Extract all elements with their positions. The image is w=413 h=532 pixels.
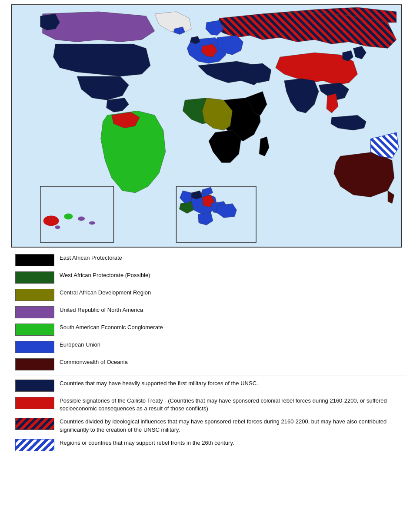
legend-item-west-african: West African Protectorate (Possible) bbox=[15, 271, 398, 284]
legend-label-central-african: Central African Development Region bbox=[60, 289, 151, 297]
legend-item-oceania: Commonwealth of Oceania bbox=[15, 358, 398, 370]
legend-label-divided: Countries divided by ideological influen… bbox=[60, 418, 398, 433]
legend-color-east-african bbox=[15, 254, 54, 266]
legend-item-divided: Countries divided by ideological influen… bbox=[15, 418, 398, 433]
legend-label-oceania: Commonwealth of Oceania bbox=[60, 358, 128, 366]
legend-color-south-american bbox=[15, 324, 54, 336]
legend-item-east-african: East African Protectorate bbox=[15, 254, 398, 266]
svg-point-9 bbox=[89, 221, 95, 225]
legend-label-unsc: Countries that may have heavily supporte… bbox=[60, 380, 258, 387]
legend-label-european-union: European Union bbox=[60, 341, 100, 349]
legend-divider bbox=[15, 376, 406, 376]
legend-label-rebel-regions: Regions or countries that may support re… bbox=[60, 439, 234, 447]
legend-color-divided bbox=[15, 418, 54, 430]
legend-label-east-african: East African Protectorate bbox=[60, 254, 122, 262]
world-map bbox=[11, 4, 402, 248]
legend-item-european-union: European Union bbox=[15, 341, 398, 353]
legend-color-central-african bbox=[15, 289, 54, 301]
legend-item-rebel-regions: Regions or countries that may support re… bbox=[15, 439, 398, 451]
legend-item-callisto: Possible signatories of the Callisto Tre… bbox=[15, 397, 398, 413]
legend-item-south-american: South American Economic Conglomerate bbox=[15, 324, 398, 336]
legend-label-south-american: South American Economic Conglomerate bbox=[60, 324, 163, 331]
legend-color-european-union bbox=[15, 341, 54, 353]
legend-item-unsc: Countries that may have heavily supporte… bbox=[15, 380, 398, 392]
legend-color-rebel-regions bbox=[15, 439, 54, 451]
legend-label-west-african: West African Protectorate (Possible) bbox=[60, 271, 150, 279]
legend-item-north-america: United Republic of North America bbox=[15, 306, 398, 318]
legend-color-west-african bbox=[15, 271, 54, 284]
legend-color-oceania bbox=[15, 358, 54, 370]
legend-item-central-african: Central African Development Region bbox=[15, 289, 398, 301]
legend-label-north-america: United Republic of North America bbox=[60, 306, 143, 314]
svg-point-6 bbox=[43, 216, 59, 226]
legend-section: East African Protectorate West African P… bbox=[11, 254, 402, 451]
legend-label-callisto: Possible signatories of the Callisto Tre… bbox=[60, 397, 398, 413]
legend-color-unsc bbox=[15, 380, 54, 392]
svg-point-7 bbox=[64, 214, 73, 220]
legend-color-callisto bbox=[15, 397, 54, 409]
svg-rect-5 bbox=[40, 186, 114, 242]
legend-color-north-america bbox=[15, 306, 54, 318]
svg-point-8 bbox=[78, 217, 85, 221]
svg-point-10 bbox=[55, 225, 60, 229]
